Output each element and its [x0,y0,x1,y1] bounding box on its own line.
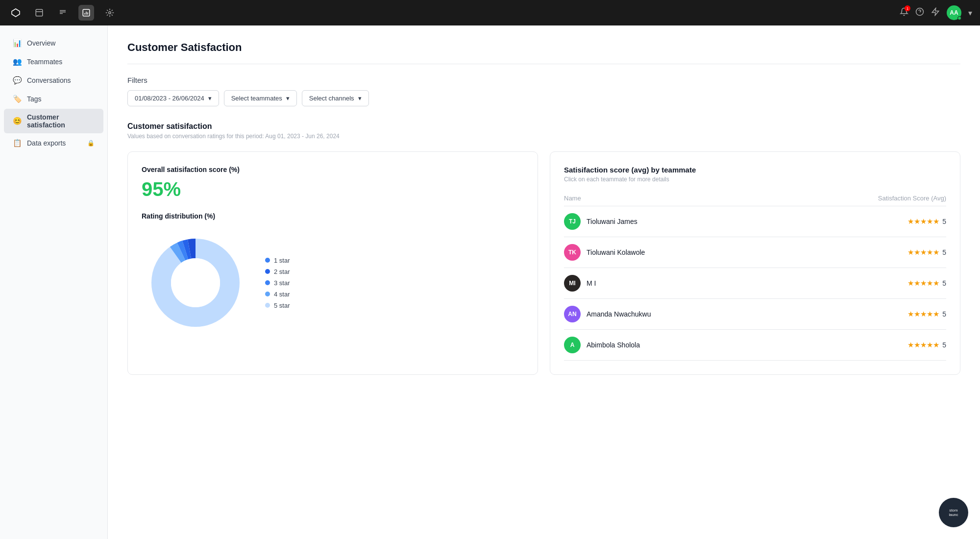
score-cell-4: ★★★★★ 5 [778,341,946,349]
teammates-filter[interactable]: Select teammates ▾ [224,90,297,106]
col-name: Name [564,191,778,206]
date-range-filter[interactable]: 01/08/2023 - 26/06/2024 ▾ [127,90,219,106]
section-subtitle: Values based on conversation ratings for… [127,133,960,140]
stars-2: ★★★★★ [907,279,939,288]
teammate-name-4: Abimbola Sholola [587,341,640,349]
topnav-right: 1 AA ▾ [900,5,972,20]
stars-4: ★★★★★ [907,341,939,349]
lock-icon: 🔒 [87,140,95,147]
teammate-avatar-0: TJ [564,213,581,230]
svg-marker-5 [932,8,939,16]
score-num-2: 5 [942,279,946,287]
conversations-icon: 💬 [13,76,22,85]
legend-3star: 3 star [265,279,290,287]
teammate-avatar-3: AN [564,306,581,322]
teammates-icon: 👥 [13,57,22,66]
svg-rect-0 [36,9,43,16]
customer-satisfaction-icon: 😊 [13,117,22,125]
table-row[interactable]: AN Amanda Nwachukwu ★★★★★ 5 [564,299,946,330]
chevron-down-icon: ▾ [358,95,362,102]
legend-5star: 5 star [265,302,290,309]
sidebar-item-data-exports[interactable]: 📋 Data exports 🔒 [4,134,103,152]
right-card: Satisifaction score (avg) by teammate Cl… [550,151,960,375]
logo-icon[interactable] [8,5,24,21]
avatar-chevron[interactable]: ▾ [968,8,972,18]
score-num-1: 5 [942,248,946,256]
filters-label: Filters [127,76,960,84]
contacts-icon[interactable] [55,5,71,21]
chart-container: 1 star 2 star 3 star 4 star [142,229,524,337]
left-card: Overall satisifaction score (%) 95% Rati… [127,151,538,375]
sidebar-item-teammates[interactable]: 👥 Teammates [4,53,103,71]
right-card-subtitle: Click on each teammate for more details [564,176,946,183]
sidebar-label-customer-satisfaction: Customer satisfaction [27,113,95,129]
bell-icon[interactable]: 1 [900,7,908,18]
teammate-info-3: AN Amanda Nwachukwu [564,306,778,322]
overview-icon: 📊 [13,39,22,48]
teammate-info-0: TJ Tioluwani James [564,213,778,230]
bolt-icon[interactable] [931,7,940,18]
svg-point-3 [109,12,111,14]
score-num-0: 5 [942,218,946,225]
chevron-down-icon: ▾ [286,95,290,102]
teammate-avatar-2: MI [564,275,581,292]
teammate-name-2: M I [587,279,596,287]
2star-dot [265,269,270,274]
sidebar-item-tags[interactable]: 🏷️ Tags [4,90,103,108]
sidebar-item-customer-satisfaction[interactable]: 😊 Customer satisfaction [4,109,103,133]
teammate-info-4: A Abimbola Sholola [564,337,778,353]
reports-icon[interactable] [78,5,94,21]
main-content: Customer Satisfaction Filters 01/08/2023… [108,25,980,539]
sidebar-label-overview: Overview [27,39,55,47]
teammate-info-1: TK Tioluwani Kolawole [564,244,778,261]
table-row[interactable]: A Abimbola Sholola ★★★★★ 5 [564,330,946,361]
right-card-title: Satisifaction score (avg) by teammate [564,166,946,174]
launch-widget[interactable]: stom launc [939,498,968,527]
sidebar-item-conversations[interactable]: 💬 Conversations [4,72,103,89]
stars-1: ★★★★★ [907,248,939,257]
sidebar-label-conversations: Conversations [27,76,71,84]
title-divider [127,64,960,64]
sidebar: 📊 Overview 👥 Teammates 💬 Conversations 🏷… [0,25,108,539]
channels-filter[interactable]: Select channels ▾ [302,90,369,106]
score-num-3: 5 [942,310,946,318]
score-cell-2: ★★★★★ 5 [778,279,946,288]
chevron-down-icon: ▾ [208,95,212,102]
legend-2star: 2 star [265,268,290,275]
3star-dot [265,280,270,285]
legend-4star: 4 star [265,291,290,298]
filters-row: 01/08/2023 - 26/06/2024 ▾ Select teammat… [127,90,960,106]
5star-dot [265,303,270,308]
bell-badge: 1 [905,5,910,11]
table-row[interactable]: TK Tioluwani Kolawole ★★★★★ 5 [564,237,946,268]
sidebar-label-teammates: Teammates [27,58,62,66]
help-icon[interactable] [915,7,924,18]
top-navigation: 1 AA ▾ [0,0,980,25]
teammate-avatar-1: TK [564,244,581,261]
score-cell-1: ★★★★★ 5 [778,248,946,257]
4star-dot [265,292,270,296]
topnav-left [8,5,118,21]
rating-dist-label: Rating distribution (%) [142,212,524,220]
table-row[interactable]: MI M I ★★★★★ 5 [564,268,946,299]
user-avatar[interactable]: AA [947,5,961,20]
1star-dot [265,258,270,263]
widget-line2: launc [949,513,958,517]
data-exports-icon: 📋 [13,139,22,147]
teammate-name-1: Tioluwani Kolawole [587,248,645,256]
donut-hole [171,258,220,307]
table-row[interactable]: TJ Tioluwani James ★★★★★ 5 [564,206,946,237]
sidebar-label-data-exports: Data exports [27,139,66,147]
chart-legend: 1 star 2 star 3 star 4 star [265,257,290,309]
inbox-icon[interactable] [31,5,47,21]
settings-icon[interactable] [102,5,118,21]
score-cell-3: ★★★★★ 5 [778,310,946,318]
sidebar-label-tags: Tags [27,95,42,103]
col-score: Satisfaction Score (Avg) [778,191,946,206]
legend-1star: 1 star [265,257,290,264]
overall-label: Overall satisifaction score (%) [142,166,524,173]
donut-chart [142,229,249,337]
sidebar-item-overview[interactable]: 📊 Overview [4,34,103,52]
overall-score: 95% [142,178,524,200]
widget-line1: stom [949,508,957,513]
